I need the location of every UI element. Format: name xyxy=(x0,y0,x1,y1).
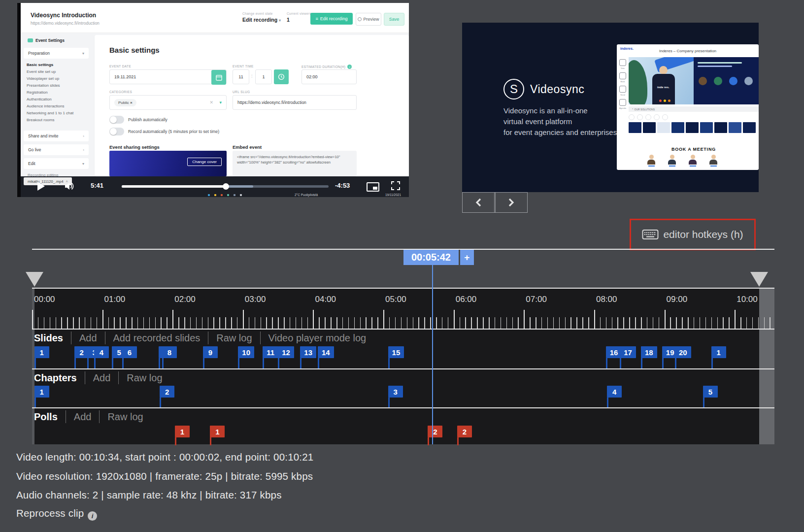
slide-marker[interactable]: 18 xyxy=(641,346,657,358)
slide-marker[interactable]: 1 xyxy=(34,346,49,358)
slide-marker[interactable]: 4 xyxy=(94,346,109,358)
editor-hotkeys-button[interactable]: editor hotkeys (h) xyxy=(630,219,756,250)
host-avatar[interactable] xyxy=(708,155,718,166)
previous-slide-button[interactable] xyxy=(462,192,496,213)
picture-in-picture-icon[interactable] xyxy=(367,182,379,192)
url-slug-field[interactable]: https://demo.videosync.fi/introduction xyxy=(233,95,357,110)
chapter-marker[interactable]: 3 xyxy=(388,386,403,398)
host-avatar[interactable] xyxy=(646,155,656,166)
clear-icon[interactable]: ✕ xyxy=(209,100,213,105)
track-action-raw-log[interactable]: Raw log xyxy=(99,410,151,423)
clock-icon[interactable] xyxy=(274,69,289,84)
chapter-marker[interactable]: 2 xyxy=(160,386,174,398)
time-ruler[interactable]: 00:0001:0002:0003:0004:0005:0006:0007:00… xyxy=(32,289,774,329)
poll-marker[interactable]: 2 xyxy=(428,426,442,437)
sidebar-subitem[interactable]: Event site set up xyxy=(27,68,91,75)
save-button[interactable]: Save xyxy=(384,13,404,26)
sidebar-item-share-invite[interactable]: Share and invite› xyxy=(24,131,89,141)
sidebar-subitem[interactable]: Authentication xyxy=(27,96,91,103)
edit-recording-button[interactable]: ≡Edit recording xyxy=(310,13,353,25)
preview-button[interactable]: Preview xyxy=(356,13,381,26)
sidebar-subitem[interactable]: Presentation slides xyxy=(27,82,91,89)
embed-code-box[interactable]: <iframe src="//demo.videosync.fi/introdu… xyxy=(233,151,357,176)
slide-marker[interactable]: 10 xyxy=(238,346,254,358)
slide-marker[interactable]: 13 xyxy=(300,346,316,358)
track-action-add[interactable]: Add xyxy=(71,332,105,344)
poll-marker[interactable]: 1 xyxy=(210,426,225,437)
sidebar-subitem[interactable]: Registration xyxy=(27,89,91,96)
chapter-marker[interactable]: 5 xyxy=(703,386,718,398)
categories-field[interactable]: Public × ✕ ▾ xyxy=(109,95,227,110)
more-options-icon[interactable]: ⋮ xyxy=(406,14,409,21)
track-action-add-recorded-slides[interactable]: Add recorded slides xyxy=(105,332,208,344)
slide-marker[interactable]: 8 xyxy=(162,346,177,358)
change-cover-button[interactable]: Change cover xyxy=(187,158,222,166)
start-point-handle[interactable] xyxy=(26,272,43,287)
rail-icon[interactable]: Send xyxy=(618,86,628,96)
filmstrip-thumb[interactable] xyxy=(657,122,670,133)
sidebar-item-edit[interactable]: Edit▾ xyxy=(24,158,89,169)
poll-marker[interactable]: 1 xyxy=(175,426,190,437)
chevron-down-icon[interactable]: ▾ xyxy=(219,100,222,105)
volume-icon[interactable] xyxy=(64,181,75,191)
slide-marker[interactable]: 1 xyxy=(711,346,726,358)
sidebar-subitem[interactable]: Breakout rooms xyxy=(27,117,91,124)
filmstrip-thumb[interactable] xyxy=(700,122,713,133)
event-time-hour-field[interactable]: 11 xyxy=(233,69,249,84)
remove-tag-icon[interactable]: × xyxy=(130,100,133,105)
slide-marker[interactable]: 20 xyxy=(675,346,691,358)
event-state-dropdown[interactable]: Edit recording ▾ xyxy=(242,17,281,23)
end-point-handle[interactable] xyxy=(750,272,768,287)
playhead-timestamp[interactable]: 00:05:42 xyxy=(403,250,459,265)
add-at-playhead-button[interactable]: + xyxy=(460,250,474,265)
playhead-line[interactable] xyxy=(432,265,433,444)
chapter-marker[interactable]: 1 xyxy=(34,386,49,398)
sidebar-item-go-live[interactable]: Go live› xyxy=(24,144,89,155)
fullscreen-icon[interactable] xyxy=(391,181,400,190)
reprocess-clip-link[interactable]: Reprocess clipi xyxy=(16,507,97,521)
seek-bar[interactable] xyxy=(122,185,329,188)
slide-marker[interactable]: 6 xyxy=(122,346,137,358)
rail-icon[interactable]: Vote xyxy=(618,59,628,69)
sidebar-subitem[interactable]: Videoplayer set up xyxy=(27,75,91,82)
track-action-add[interactable]: Add xyxy=(85,371,119,384)
track-action-add[interactable]: Add xyxy=(66,410,100,423)
chapter-marker[interactable]: 4 xyxy=(607,386,622,398)
record-toggle[interactable] xyxy=(109,128,124,135)
sidebar-subitem[interactable]: Basic settings xyxy=(27,62,91,68)
slide-marker[interactable]: 15 xyxy=(388,346,404,358)
rail-icon[interactable]: Agenda xyxy=(618,99,628,109)
poll-marker[interactable]: 2 xyxy=(457,426,472,437)
play-button[interactable] xyxy=(37,182,45,191)
duration-field[interactable]: 02:00 xyxy=(302,69,357,84)
next-slide-button[interactable] xyxy=(494,192,528,213)
filmstrip-thumb[interactable] xyxy=(671,122,684,133)
filmstrip-thumb[interactable] xyxy=(714,122,727,133)
track-action-video-player-mode-log[interactable]: Video player mode log xyxy=(260,332,374,344)
sidebar-subitem[interactable]: Networking and 1 to 1 chat xyxy=(27,110,91,117)
filmstrip-thumb[interactable] xyxy=(629,122,641,133)
ruler-tick xyxy=(50,317,51,329)
category-tag[interactable]: Public × xyxy=(114,99,136,106)
host-avatar[interactable] xyxy=(688,155,698,166)
slide-marker[interactable]: 14 xyxy=(318,346,334,358)
calendar-icon[interactable] xyxy=(211,70,226,85)
filmstrip-thumb[interactable] xyxy=(686,122,699,133)
host-avatar[interactable] xyxy=(667,155,677,166)
filmstrip-thumb[interactable] xyxy=(643,122,656,133)
track-action-raw-log[interactable]: Raw log xyxy=(118,371,170,384)
sidebar-subitem[interactable]: Audience interactions xyxy=(27,103,91,110)
filmstrip-thumb[interactable] xyxy=(743,122,756,133)
seek-handle[interactable] xyxy=(223,183,229,190)
rail-icon[interactable]: Book xyxy=(618,72,628,83)
publish-toggle[interactable] xyxy=(109,116,124,124)
track-action-raw-log[interactable]: Raw log xyxy=(208,332,260,344)
event-time-minute-field[interactable]: 1 xyxy=(255,69,272,84)
slide-marker[interactable]: 17 xyxy=(620,346,636,358)
sidebar-item-preparation[interactable]: Preparation▾ xyxy=(24,48,89,59)
slide-marker[interactable]: 11 xyxy=(263,346,278,358)
event-date-field[interactable]: 19.11.2021 xyxy=(109,69,227,84)
slide-marker[interactable]: 12 xyxy=(278,346,294,358)
filmstrip-thumb[interactable] xyxy=(729,122,741,133)
slide-marker[interactable]: 9 xyxy=(203,346,218,358)
